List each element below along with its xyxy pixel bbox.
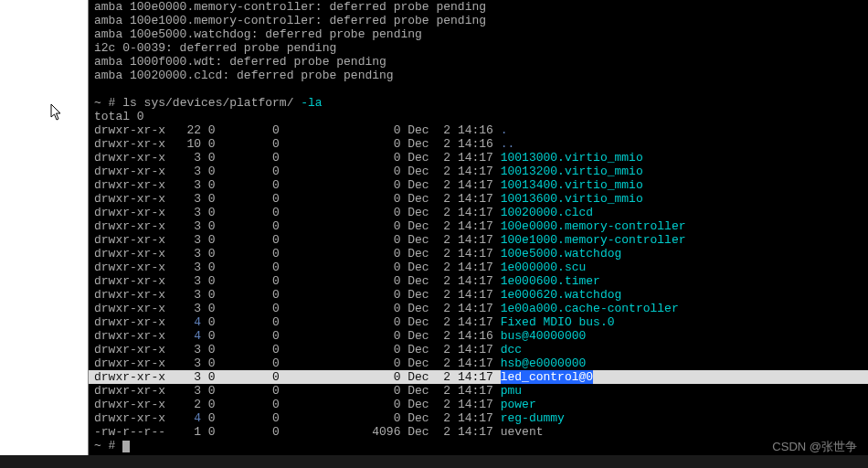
command-text: ls sys/devices/platform/ <box>122 96 301 110</box>
ls-listing: drwxr-xr-x 22 0 0 0 Dec 2 14:16 .drwxr-x… <box>94 123 863 439</box>
ls-entry-name: led_control@0 <box>501 370 593 384</box>
ls-row: drwxr-xr-x 3 0 0 0 Dec 2 14:17 10013200.… <box>94 165 863 178</box>
boot-message: i2c 0-0039: deferred probe pending <box>94 41 863 55</box>
ls-row: drwxr-xr-x 3 0 0 0 Dec 2 14:17 1e000620.… <box>94 288 863 302</box>
ls-row: drwxr-xr-x 3 0 0 0 Dec 2 14:17 100e0000.… <box>94 219 863 233</box>
ls-row: drwxr-xr-x 10 0 0 0 Dec 2 14:16 .. <box>94 137 863 151</box>
boot-messages: amba 100e0000.memory-controller: deferre… <box>94 0 863 82</box>
prompt-ps1: ~ # <box>94 96 122 110</box>
ls-row: drwxr-xr-x 3 0 0 0 Dec 2 14:17 100e1000.… <box>94 233 863 247</box>
ls-row: drwxr-xr-x 3 0 0 0 Dec 2 14:17 10020000.… <box>94 206 863 219</box>
ls-entry-name: 10013400.virtio_mmio <box>501 178 643 192</box>
ls-entry-name: bus@40000000 <box>501 329 587 343</box>
ls-row: drwxr-xr-x 4 0 0 0 Dec 2 14:17 reg-dummy <box>94 411 863 425</box>
ls-entry-name: Fixed MDIO bus.0 <box>501 315 615 329</box>
boot-message: amba 1000f000.wdt: deferred probe pendin… <box>94 55 863 69</box>
prompt-line-1[interactable]: ~ # ls sys/devices/platform/ -la <box>94 96 863 110</box>
ls-row: drwxr-xr-x 3 0 0 0 Dec 2 14:17 100e5000.… <box>94 247 863 261</box>
status-bar <box>0 455 868 468</box>
ls-entry-name: 1e000620.watchdog <box>501 288 622 302</box>
ls-row: drwxr-xr-x 3 0 0 0 Dec 2 14:17 10013600.… <box>94 192 863 206</box>
ls-row: drwxr-xr-x 3 0 0 0 Dec 2 14:17 dcc <box>94 343 863 356</box>
ls-row: drwxr-xr-x 3 0 0 0 Dec 2 14:17 10013400.… <box>94 178 863 192</box>
ls-row: drwxr-xr-x 3 0 0 0 Dec 2 14:17 hsb@e0000… <box>94 356 863 370</box>
ls-row: drwxr-xr-x 4 0 0 0 Dec 2 14:16 bus@40000… <box>94 329 863 343</box>
terminal-panel[interactable]: amba 100e0000.memory-controller: deferre… <box>88 0 868 455</box>
editor-gutter <box>0 0 88 468</box>
ls-row: drwxr-xr-x 3 0 0 0 Dec 2 14:17 1e000000.… <box>94 261 863 274</box>
ls-entry-name: 10013200.virtio_mmio <box>501 165 643 178</box>
ls-entry-name: 1e00a000.cache-controller <box>501 302 679 315</box>
boot-message: amba 100e0000.memory-controller: deferre… <box>94 0 863 14</box>
ls-entry-name: 10013600.virtio_mmio <box>501 192 643 206</box>
ls-row: drwxr-xr-x 3 0 0 0 Dec 2 14:17 1e00a000.… <box>94 302 863 315</box>
ls-entry-name: 100e5000.watchdog <box>501 247 622 261</box>
ls-entry-name: 1e000600.timer <box>501 274 600 288</box>
ls-entry-name: dcc <box>501 343 522 356</box>
ls-row: -rw-r--r-- 1 0 0 4096 Dec 2 14:17 uevent <box>94 425 863 439</box>
ls-entry-name: uevent <box>501 425 544 439</box>
ls-entry-name: 100e1000.memory-controller <box>501 233 686 247</box>
total-line: total 0 <box>94 110 863 123</box>
ls-row: drwxr-xr-x 3 0 0 0 Dec 2 14:17 led_contr… <box>89 370 868 384</box>
prompt-ps1: ~ # <box>94 439 122 452</box>
ls-entry-name: reg-dummy <box>501 411 565 425</box>
ls-entry-name: .. <box>501 137 515 151</box>
ls-row: drwxr-xr-x 4 0 0 0 Dec 2 14:17 Fixed MDI… <box>94 315 863 329</box>
command-flags: -la <box>301 96 322 110</box>
ls-entry-name: 10020000.clcd <box>501 206 593 219</box>
ls-entry-name: power <box>501 398 536 411</box>
ls-row: drwxr-xr-x 3 0 0 0 Dec 2 14:17 10013000.… <box>94 151 863 165</box>
ls-row: drwxr-xr-x 3 0 0 0 Dec 2 14:17 pmu <box>94 384 863 398</box>
ls-row: drwxr-xr-x 22 0 0 0 Dec 2 14:16 . <box>94 123 863 137</box>
prompt-line-2[interactable]: ~ # <box>94 439 863 452</box>
ls-entry-name: 100e0000.memory-controller <box>501 219 686 233</box>
boot-message: amba 100e1000.memory-controller: deferre… <box>94 14 863 27</box>
ls-row: drwxr-xr-x 2 0 0 0 Dec 2 14:17 power <box>94 398 863 411</box>
ls-row: drwxr-xr-x 3 0 0 0 Dec 2 14:17 1e000600.… <box>94 274 863 288</box>
boot-message: amba 100e5000.watchdog: deferred probe p… <box>94 27 863 41</box>
ls-entry-name: 10013000.virtio_mmio <box>501 151 643 165</box>
terminal-cursor <box>122 441 130 452</box>
ls-entry-name: 1e000000.scu <box>501 261 587 274</box>
ls-entry-name: hsb@e0000000 <box>501 356 587 370</box>
blank-line <box>94 82 863 96</box>
ls-entry-name: . <box>501 123 508 137</box>
ls-entry-name: pmu <box>501 384 522 398</box>
boot-message: amba 10020000.clcd: deferred probe pendi… <box>94 69 863 82</box>
